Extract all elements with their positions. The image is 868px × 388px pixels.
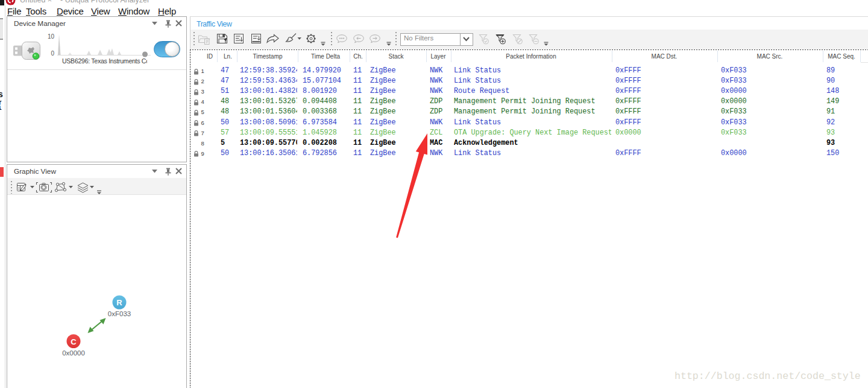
svg-text:C: C bbox=[71, 337, 77, 346]
svg-text:R: R bbox=[116, 298, 122, 307]
svg-text:0xF033: 0xF033 bbox=[108, 310, 131, 317]
svg-text:0x0000: 0x0000 bbox=[62, 349, 85, 357]
